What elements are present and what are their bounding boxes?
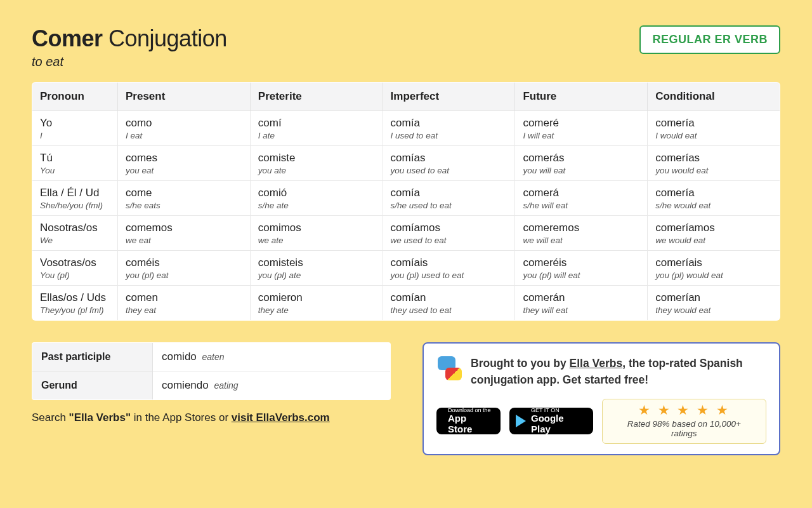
form-row: Gerundcomiendo eating xyxy=(32,371,391,400)
conjugation-cell: comeremoswe will eat xyxy=(515,216,648,251)
search-prefix: Search xyxy=(32,411,69,424)
search-bold: "Ella Verbs" xyxy=(69,411,131,424)
app-icon xyxy=(436,355,462,380)
conjugation-cell: comeréI will eat xyxy=(515,111,648,146)
table-row: Nosotras/osWecomemoswe eatcomimoswe atec… xyxy=(32,216,780,251)
conjugation-cell: comimoswe ate xyxy=(250,216,383,251)
column-header: Preterite xyxy=(250,83,383,111)
conjugation-cell: comíanthey used to eat xyxy=(383,286,515,321)
form-label: Gerund xyxy=(32,371,153,400)
table-row: YoIcomoI eatcomíI atecomíaI used to eatc… xyxy=(32,111,780,146)
column-header: Pronoun xyxy=(32,83,118,111)
conjugation-cell: comeríanthey would eat xyxy=(648,286,780,321)
form-value: comido eaten xyxy=(153,343,391,371)
conjugation-cell: comiós/he ate xyxy=(250,181,383,216)
rating-text: Rated 98% based on 10,000+ ratings xyxy=(614,419,754,438)
app-store-badge[interactable]: Download on the App Store xyxy=(436,408,501,434)
title-suffix: Conjugation xyxy=(103,25,227,51)
conjugation-cell: comeréisyou (pl) will eat xyxy=(515,251,648,286)
conjugation-cell: comíaI used to eat xyxy=(383,111,515,146)
page-title: Comer Conjugation xyxy=(32,25,227,52)
conjugation-cell: comíI ate xyxy=(250,111,383,146)
play-icon xyxy=(516,415,526,427)
column-header: Imperfect xyxy=(383,83,515,111)
title-translation: to eat xyxy=(32,55,227,69)
table-row: Vosotras/osYou (pl)coméisyou (pl) eatcom… xyxy=(32,251,780,286)
conjugation-cell: comeríaI would eat xyxy=(648,111,780,146)
table-row: Ella / Él / UdShe/he/you (fml)comes/he e… xyxy=(32,181,780,216)
promo-box: Brought to you by Ella Verbs, the top-ra… xyxy=(422,342,780,455)
verb-type-badge: REGULAR ER VERB xyxy=(639,25,780,54)
star-icons: ★ ★ ★ ★ ★ xyxy=(614,403,754,417)
pronoun-cell: Ella / Él / UdShe/he/you (fml) xyxy=(32,181,118,216)
google-play-badge[interactable]: GET IT ON Google Play xyxy=(509,408,593,434)
pronoun-cell: TúYou xyxy=(32,146,118,181)
column-header: Present xyxy=(118,83,251,111)
conjugation-cell: comías/he used to eat xyxy=(383,181,515,216)
promo-link[interactable]: Ella Verbs xyxy=(570,357,623,370)
conjugation-cell: comerás/he will eat xyxy=(515,181,648,216)
conjugation-cell: comesyou eat xyxy=(118,146,251,181)
promo-text: Brought to you by Ella Verbs, the top-ra… xyxy=(471,355,766,389)
pronoun-cell: YoI xyxy=(32,111,118,146)
conjugation-cell: comerásyou will eat xyxy=(515,146,648,181)
form-label: Past participle xyxy=(32,343,153,371)
form-value: comiendo eating xyxy=(153,371,391,400)
conjugation-cell: comeríasyou would eat xyxy=(648,146,780,181)
conjugation-cell: comisteyou ate xyxy=(250,146,383,181)
conjugation-cell: comieronthey ate xyxy=(250,286,383,321)
search-mid: in the App Stores or xyxy=(131,411,232,424)
search-line: Search "Ella Verbs" in the App Stores or… xyxy=(32,411,391,424)
table-row: Ellas/os / UdsThey/you (pl fml)comenthey… xyxy=(32,286,780,321)
participle-table: Past participlecomido eatenGerundcomiend… xyxy=(32,342,391,400)
column-header: Future xyxy=(515,83,648,111)
conjugation-cell: comíasyou used to eat xyxy=(383,146,515,181)
conjugation-cell: comerías/he would eat xyxy=(648,181,780,216)
conjugation-cell: comemoswe eat xyxy=(118,216,251,251)
conjugation-cell: comisteisyou (pl) ate xyxy=(250,251,383,286)
conjugation-table: PronounPresentPreteriteImperfectFutureCo… xyxy=(32,82,780,321)
column-header: Conditional xyxy=(648,83,780,111)
conjugation-cell: comoI eat xyxy=(118,111,251,146)
title-verb: Comer xyxy=(32,25,103,51)
conjugation-cell: comenthey eat xyxy=(118,286,251,321)
form-row: Past participlecomido eaten xyxy=(32,343,391,371)
conjugation-cell: comeríaisyou (pl) would eat xyxy=(648,251,780,286)
conjugation-cell: comeríamoswe would eat xyxy=(648,216,780,251)
table-row: TúYoucomesyou eatcomisteyou atecomíasyou… xyxy=(32,146,780,181)
pronoun-cell: Nosotras/osWe xyxy=(32,216,118,251)
title-block: Comer Conjugation to eat xyxy=(32,25,227,69)
pronoun-cell: Ellas/os / UdsThey/you (pl fml) xyxy=(32,286,118,321)
conjugation-cell: comíamoswe used to eat xyxy=(383,216,515,251)
conjugation-cell: comíaisyou (pl) used to eat xyxy=(383,251,515,286)
search-link[interactable]: visit EllaVerbs.com xyxy=(232,411,330,424)
pronoun-cell: Vosotras/osYou (pl) xyxy=(32,251,118,286)
conjugation-cell: coméisyou (pl) eat xyxy=(118,251,251,286)
rating-box: ★ ★ ★ ★ ★ Rated 98% based on 10,000+ rat… xyxy=(602,399,766,444)
conjugation-cell: comes/he eats xyxy=(118,181,251,216)
conjugation-cell: comeránthey will eat xyxy=(515,286,648,321)
